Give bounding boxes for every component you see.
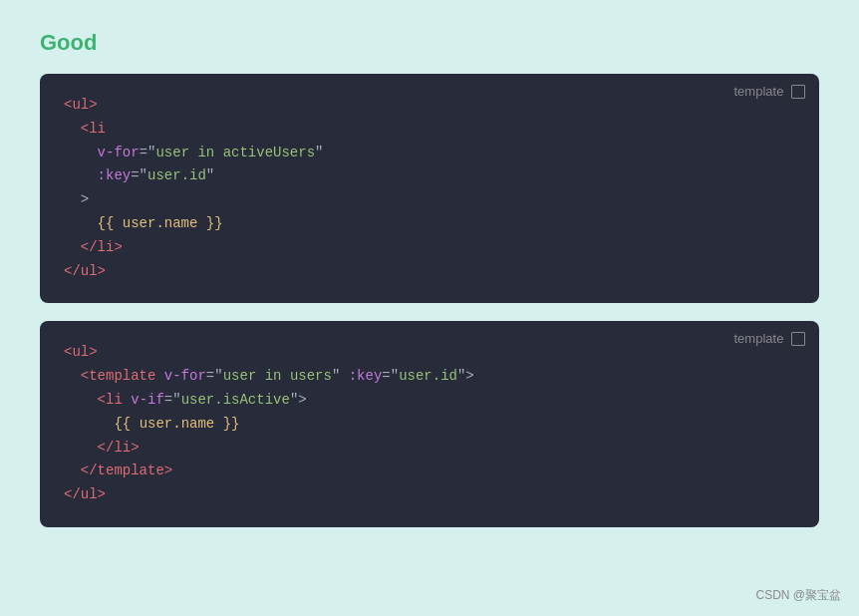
code-line: <ul> bbox=[64, 94, 795, 118]
code-line: </template> bbox=[64, 460, 795, 483]
template-icon-2 bbox=[791, 332, 805, 346]
code-line: {{ user.name }} bbox=[64, 212, 795, 236]
code-line: <li bbox=[64, 118, 795, 142]
code-line: <template v-for="user in users" :key="us… bbox=[64, 365, 795, 389]
template-label-1: template bbox=[734, 84, 806, 100]
page-container: Good template <ul> <li v-for="user in ac… bbox=[40, 30, 819, 527]
good-label: Good bbox=[40, 30, 819, 56]
code-block-1: template <ul> <li v-for="user in activeU… bbox=[40, 74, 819, 303]
template-icon-1 bbox=[791, 85, 805, 99]
watermark: CSDN @聚宝盆 bbox=[755, 587, 841, 604]
template-label-2: template bbox=[734, 331, 806, 347]
code-block-2: template <ul> <template v-for="user in u… bbox=[40, 321, 819, 527]
code-line: v-for="user in activeUsers" bbox=[64, 142, 795, 165]
code-line: </ul> bbox=[64, 260, 795, 284]
code-line: </li> bbox=[64, 437, 795, 461]
code-line: <ul> bbox=[64, 341, 795, 365]
code-line: > bbox=[64, 188, 795, 212]
code-line: </ul> bbox=[64, 483, 795, 507]
code-line: :key="user.id" bbox=[64, 164, 795, 188]
code-line: <li v-if="user.isActive"> bbox=[64, 389, 795, 413]
code-line: {{ user.name }} bbox=[64, 413, 795, 437]
code-line: </li> bbox=[64, 236, 795, 260]
